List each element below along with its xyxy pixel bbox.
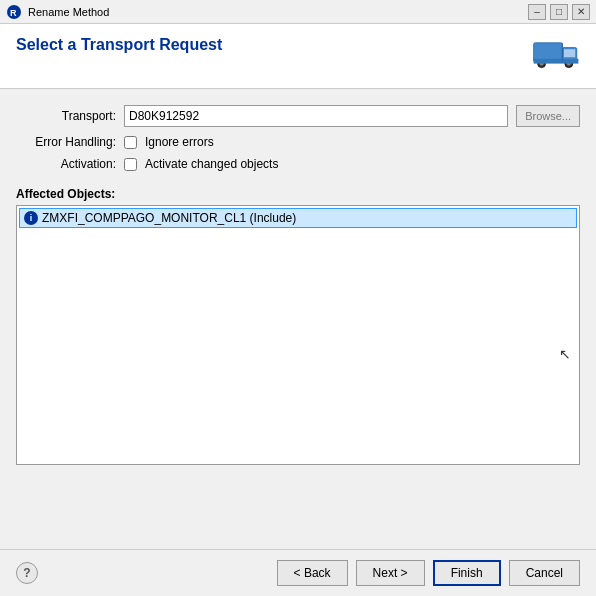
transport-label: Transport: xyxy=(16,109,116,123)
affected-item-text: ZMXFI_COMPPAGO_MONITOR_CL1 (Include) xyxy=(42,211,296,225)
dialog-body: Select a Transport Request Transport: Br… xyxy=(0,24,596,596)
app-icon: R xyxy=(6,4,22,20)
error-handling-label: Error Handling: xyxy=(16,135,116,149)
close-button[interactable]: ✕ xyxy=(572,4,590,20)
form-area: Transport: Browse... Error Handling: Ign… xyxy=(0,89,596,549)
minimize-button[interactable]: – xyxy=(528,4,546,20)
ignore-errors-checkbox[interactable] xyxy=(124,136,137,149)
activation-row: Activation: Activate changed objects xyxy=(16,157,580,171)
browse-button[interactable]: Browse... xyxy=(516,105,580,127)
truck-icon xyxy=(532,36,580,72)
next-button[interactable]: Next > xyxy=(356,560,425,586)
title-bar-text: Rename Method xyxy=(28,6,528,18)
transport-input[interactable] xyxy=(124,105,508,127)
svg-rect-9 xyxy=(534,59,579,64)
dialog-title: Select a Transport Request xyxy=(16,36,222,54)
bottom-bar: ? < Back Next > Finish Cancel xyxy=(0,549,596,596)
title-bar-controls: – □ ✕ xyxy=(528,4,590,20)
info-icon: i xyxy=(24,211,38,225)
maximize-button[interactable]: □ xyxy=(550,4,568,20)
activation-label: Activation: xyxy=(16,157,116,171)
list-item[interactable]: i ZMXFI_COMPPAGO_MONITOR_CL1 (Include) xyxy=(19,208,577,228)
nav-buttons: < Back Next > Finish Cancel xyxy=(277,560,580,586)
affected-objects-label: Affected Objects: xyxy=(16,187,580,201)
back-button[interactable]: < Back xyxy=(277,560,348,586)
help-button[interactable]: ? xyxy=(16,562,38,584)
title-bar: R Rename Method – □ ✕ xyxy=(0,0,596,24)
affected-section: Affected Objects: i ZMXFI_COMPPAGO_MONIT… xyxy=(16,187,580,465)
mouse-cursor: ↖ xyxy=(559,346,571,362)
svg-text:R: R xyxy=(10,8,17,18)
transport-row: Transport: Browse... xyxy=(16,105,580,127)
dialog-header: Select a Transport Request xyxy=(0,24,596,89)
error-handling-row: Error Handling: Ignore errors xyxy=(16,135,580,149)
cancel-button[interactable]: Cancel xyxy=(509,560,580,586)
svg-rect-4 xyxy=(564,49,575,57)
activate-changed-checkbox[interactable] xyxy=(124,158,137,171)
ignore-errors-label: Ignore errors xyxy=(145,135,214,149)
activate-changed-label: Activate changed objects xyxy=(145,157,278,171)
affected-objects-list: i ZMXFI_COMPPAGO_MONITOR_CL1 (Include) ↖ xyxy=(16,205,580,465)
finish-button[interactable]: Finish xyxy=(433,560,501,586)
